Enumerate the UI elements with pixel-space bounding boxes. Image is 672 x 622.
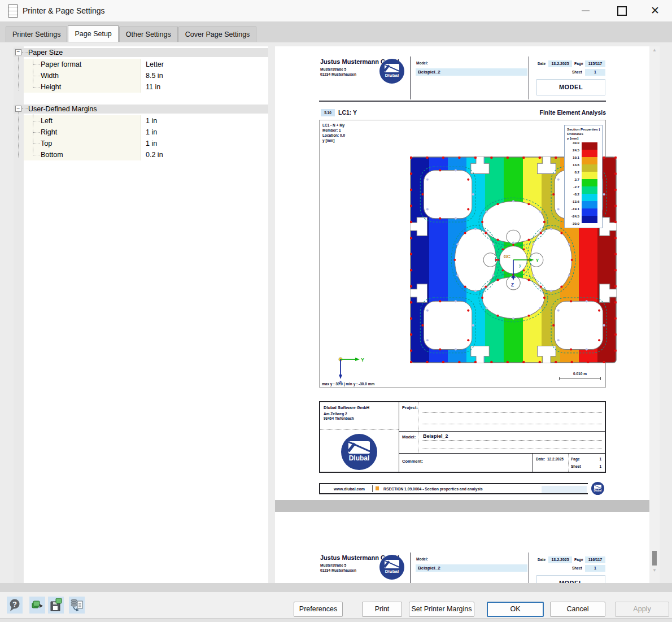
fea-plot: LC1 - N + My Member: 1 Location: 0.0 y [… (319, 120, 606, 388)
report-section-line: 5.10 LC1: Y Finite Element Analysis (319, 109, 606, 117)
svg-text:Z: Z (511, 282, 514, 288)
default-save-icon[interactable] (48, 597, 64, 614)
section-right-title: Finite Element Analysis (540, 109, 606, 116)
minimize-button[interactable] (582, 10, 590, 11)
settings-transfer-icon[interactable] (69, 597, 85, 614)
dlubal-logo: Dlubal (379, 555, 404, 580)
cancel-button[interactable]: Cancel (550, 602, 605, 617)
model-field: Beispiel_2 (416, 564, 527, 572)
printer-page-settings-dialog: Printer & Page Settings ✕ Printer Settin… (0, 0, 672, 622)
preferences-button[interactable]: Preferences (294, 602, 343, 617)
tree-row-left[interactable]: Left1 in (14, 115, 268, 127)
dialog-toolbar: ? (0, 592, 672, 618)
scroll-down-icon[interactable]: ▼ (649, 568, 660, 573)
apply-button: Apply (615, 602, 669, 617)
svg-text:y: y (519, 263, 521, 268)
model-label: Model: (416, 557, 428, 561)
tree-row-height[interactable]: Height11 in (14, 81, 268, 93)
resize-strip (0, 618, 672, 622)
report-bottom-bar: www.dlubal.com RSECTION 1.09.0004 - Sect… (319, 483, 606, 494)
empty-field (542, 486, 587, 493)
dlubal-logo-small: Dlubal (591, 482, 604, 495)
tree-section-paper-size[interactable]: −Paper Size (14, 48, 268, 57)
separator-band (0, 583, 672, 592)
document-icon (8, 5, 18, 18)
tree-row-bottom[interactable]: Bottom0.2 in (14, 149, 268, 160)
section-title: LC1: Y (338, 109, 357, 116)
product-version: RSECTION 1.09.0004 - Section properties … (383, 487, 483, 491)
help-icon[interactable]: ? (7, 597, 23, 614)
model-field: Beispiel_2 (416, 68, 527, 76)
tree-row-top[interactable]: Top1 in (14, 138, 268, 149)
svg-text:?: ? (12, 600, 17, 608)
report-footer-block: Dlubal Software GmbH Am Zellweg 2 93464 … (319, 401, 606, 473)
report-header: Justus Mustermann GmbHMusterstraße 50123… (319, 56, 606, 102)
tree-section-user-defined-margins[interactable]: −User-Defined Margins (14, 105, 268, 114)
dlubal-logo: Dlubal (341, 434, 377, 470)
tab-cover-page-settings[interactable]: Cover Page Settings (178, 27, 257, 42)
window-title: Printer & Page Settings (23, 0, 105, 21)
tab-printer-settings[interactable]: Printer Settings (6, 27, 67, 42)
scrollbar-thumb[interactable] (652, 551, 657, 566)
ok-button[interactable]: OK (487, 602, 544, 617)
tree-row-width[interactable]: Width8.5 in (14, 70, 268, 81)
footer-model-value: Beispiel_2 (423, 433, 448, 439)
tree-row-right[interactable]: Right1 in (14, 127, 268, 138)
model-box: MODEL (536, 79, 605, 95)
svg-text:Y: Y (536, 258, 539, 263)
default-apply-icon[interactable] (29, 597, 45, 614)
page-gap (275, 500, 649, 512)
dlubal-logo: Dlubal (379, 59, 404, 84)
model-label: Model: (416, 61, 428, 65)
orange-marker (376, 486, 379, 490)
color-legend: Section Properties | Ordinates y [mm] 30… (564, 125, 603, 228)
title-bar: Printer & Page Settings ✕ (0, 0, 672, 21)
plot-info: LC1 - N + My Member: 1 Location: 0.0 y [… (322, 123, 345, 143)
print-button[interactable]: Print (362, 602, 402, 617)
svg-text:GC: GC (504, 254, 510, 259)
scroll-up-icon[interactable]: ▲ (649, 47, 660, 53)
svg-text:Y: Y (361, 357, 364, 363)
global-axes: Y Z (337, 355, 365, 385)
maximize-button[interactable] (617, 6, 627, 16)
tab-strip: Printer SettingsPage SetupOther Settings… (0, 21, 672, 42)
dlubal-url: www.dlubal.com (334, 487, 365, 491)
model-box: MODEL (536, 575, 605, 583)
tree-row-paper-format[interactable]: Paper formatLetter (14, 59, 268, 70)
close-button[interactable]: ✕ (648, 3, 662, 19)
preview-scrollbar[interactable]: ▲ ▼ (649, 46, 660, 583)
tab-page-setup[interactable]: Page Setup (68, 25, 118, 42)
scale-bar: 0.010 m (559, 372, 601, 380)
section-number-chip: 5.10 (321, 109, 335, 116)
tab-other-settings[interactable]: Other Settings (119, 27, 178, 42)
report-header: Justus Mustermann GmbHMusterstraße 50123… (319, 553, 606, 583)
print-preview[interactable]: Justus Mustermann GmbHMusterstraße 50123… (275, 46, 649, 583)
set-printer-margins-button[interactable]: Set Printer Margins (409, 602, 474, 617)
collapse-icon[interactable]: − (15, 106, 21, 112)
collapse-icon[interactable]: − (15, 49, 21, 55)
page-setup-panel: −Paper SizePaper formatLetterWidth8.5 in… (14, 46, 268, 583)
minmax-caption: max y : 30.0 | min y : -30.0 mm (322, 382, 374, 386)
